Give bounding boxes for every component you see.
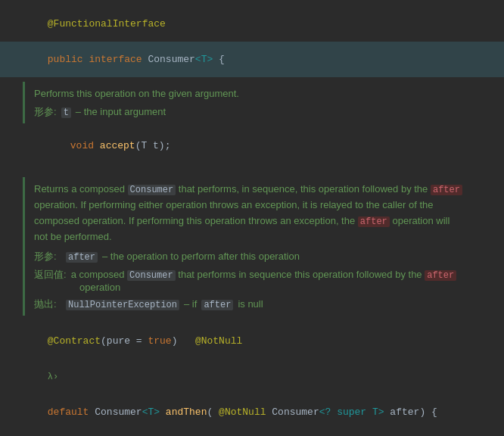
doc-block-1: Performs this operation on the given arg…: [23, 82, 504, 123]
param-name-code: t: [61, 107, 71, 118]
not-null-annotation: @NotNull: [195, 335, 242, 347]
doc2-line3: composed operation. If performing this o…: [34, 213, 495, 229]
annotation-line: @FunctionalInterface: [0, 6, 504, 42]
class-name: Consumer: [148, 54, 194, 65]
andthen-method-line: default Consumer<T> andThen( @NotNull Co…: [0, 394, 504, 430]
after-inline-2: after: [358, 216, 390, 227]
accept-method-name: accept: [100, 140, 135, 151]
throws-end: is null: [238, 298, 263, 310]
interface-keyword: interface: [89, 54, 148, 65]
after-param-name: after: [384, 406, 420, 418]
doc-block-2: Returns a composed Consumer that perform…: [23, 177, 504, 316]
throws-desc: – if: [184, 298, 197, 310]
contract-annotation: @Contract: [48, 335, 101, 347]
contract-params: (pure =: [101, 335, 148, 347]
doc2-line2: operation. If performing either operatio…: [34, 198, 495, 213]
void-keyword: void: [70, 140, 100, 151]
type-param: <T>: [195, 54, 213, 65]
doc2-param: 形参: after – the operation to perform aft…: [34, 250, 495, 263]
annotation-content: @FunctionalInterface: [5, 7, 504, 41]
param-after-code: after: [66, 252, 98, 263]
type-param-t: <T>: [142, 406, 160, 418]
doc1-description: Performs this operation on the given arg…: [34, 86, 495, 102]
contract-annotation-line: @Contract(pure = true) @NotNull: [0, 323, 504, 359]
body1-line: Objects.requireNonNull(after);: [0, 430, 504, 436]
throws-label: 抛出:: [34, 297, 61, 311]
param-label-2: 形参:: [34, 250, 61, 263]
consumer-inline-return: Consumer: [127, 270, 176, 281]
param-after-desc: – the operation to perform after this op…: [102, 251, 300, 262]
consumer-type-bound: <? super T>: [319, 406, 384, 418]
accept-method-line: void accept(T t);: [0, 128, 504, 164]
consumer-param-type: Consumer: [272, 406, 319, 418]
accept-params: (T t);: [135, 140, 171, 151]
return-label: 返回值:: [34, 268, 67, 282]
contract-content: @Contract(pure = true) @NotNull: [5, 324, 504, 358]
andthen-method-name: andThen: [160, 406, 207, 418]
accept-method-content: void accept(T t);: [5, 129, 504, 163]
param-desc: – the input argument: [76, 106, 166, 117]
lambda-icon-line: λ›: [0, 359, 504, 394]
doc2-line1: Returns a composed Consumer that perform…: [34, 182, 495, 198]
consumer-inline-1: Consumer: [128, 185, 176, 195]
after-inline-1: after: [431, 185, 462, 195]
code-viewer: @FunctionalInterface public interface Co…: [0, 0, 504, 436]
open-brace: {: [213, 54, 225, 65]
doc2-return: 返回值: a composed Consumer that performs i…: [34, 268, 495, 282]
interface-declaration-line: public interface Consumer<T> {: [0, 42, 504, 77]
lambda-icon: λ›: [48, 372, 58, 382]
public-keyword: public: [48, 54, 89, 65]
throws-after-code: after: [201, 300, 233, 310]
andthen-close: ) {: [419, 406, 437, 418]
return-content: a composed Consumer that performs in seq…: [71, 269, 457, 281]
doc2-return-line2: operation: [79, 282, 495, 293]
lambda-icon-content: λ›: [5, 360, 504, 394]
default-keyword: default: [48, 406, 95, 418]
interface-declaration-content: public interface Consumer<T> {: [5, 42, 504, 76]
functional-interface-annotation: @FunctionalInterface: [48, 18, 166, 30]
doc1-param: 形参: t – the input argument: [34, 105, 495, 119]
body1-content: Objects.requireNonNull(after);: [5, 431, 504, 436]
contract-true: true: [148, 335, 171, 347]
doc2-throws: 抛出: NullPointerException – if after is n…: [34, 297, 495, 311]
consumer-type-ref: Consumer: [95, 406, 142, 418]
throws-exception-code: NullPointerException: [66, 300, 179, 310]
param-label: 形参:: [34, 105, 57, 119]
andthen-method-content: default Consumer<T> andThen( @NotNull Co…: [5, 395, 504, 429]
after-inline-return: after: [425, 270, 456, 281]
not-null-param-annotation: @NotNull: [213, 406, 272, 418]
doc2-line4: not be performed.: [34, 229, 495, 245]
